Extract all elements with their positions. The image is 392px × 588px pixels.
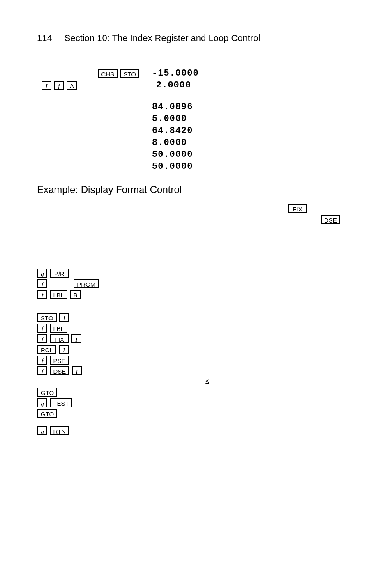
example-heading: Example: Display Format Control (37, 184, 355, 195)
i-key: I (59, 345, 69, 354)
page-header: 114 Section 10: The Index Register and L… (37, 33, 355, 44)
display-value-1: 2.0000 (156, 80, 355, 90)
output-5: 50.0000 (152, 161, 355, 172)
lbl-key: LBL (50, 290, 67, 299)
lbl-key: LBL (50, 324, 67, 333)
test-key: TEST (50, 398, 72, 407)
output-block: 84.0896 5.0000 64.8420 8.0000 50.0000 50… (37, 102, 355, 172)
dse-key: DSE (50, 366, 69, 375)
f-key: f (37, 290, 47, 299)
chs-key: CHS (98, 69, 118, 78)
rcl-key: RCL (37, 345, 56, 354)
i-key: I (42, 81, 51, 90)
i-key: I (72, 366, 82, 375)
fix-key: FIX (50, 334, 69, 343)
i-key: I (59, 313, 69, 322)
a-key: A (67, 81, 77, 90)
section-title: Section 10: The Index Register and Loop … (65, 33, 261, 43)
sto-key: STO (37, 313, 57, 322)
f-key: f (37, 366, 47, 375)
page-number: 114 (37, 33, 52, 44)
f-key: f (54, 81, 64, 90)
output-4: 50.0000 (152, 149, 355, 160)
gto-key: GTO (37, 388, 57, 397)
output-0: 84.0896 (152, 102, 355, 112)
g-key: g (37, 398, 47, 407)
paragraph-area: FIX DSE (37, 203, 355, 223)
i-key: I (71, 334, 81, 343)
prgm-key: PRGM (74, 279, 99, 288)
prelude-keys-1: I f A (37, 81, 156, 90)
f-key: f (37, 334, 47, 343)
prelude-block: 15 CHS STO -15.0000 I f A 2.0000 (37, 68, 355, 90)
g-key: g (37, 269, 47, 278)
display-value-0: -15.0000 (152, 68, 355, 78)
leq-symbol: ≤ (205, 378, 209, 385)
f-key: f (37, 356, 47, 365)
output-1: 5.0000 (152, 114, 355, 124)
pse-key: PSE (50, 356, 69, 365)
g-key: g (37, 426, 47, 435)
sto-key: STO (120, 69, 139, 78)
program-steps: g P/R f CLEAR PRGM f LBL B STO I f LBL 0… (37, 269, 355, 435)
dse-key-inline: DSE (321, 215, 340, 224)
rtn-key: RTN (50, 426, 69, 435)
gto-key: GTO (37, 409, 57, 418)
b-key: B (70, 290, 81, 299)
f-key: f (37, 279, 47, 288)
output-3: 8.0000 (152, 138, 355, 148)
fix-key-inline: FIX (288, 204, 307, 213)
f-key: f (37, 324, 47, 333)
pr-key: P/R (50, 269, 69, 278)
output-2: 64.8420 (152, 126, 355, 136)
prelude-keys-0: 15 CHS STO (37, 69, 152, 78)
